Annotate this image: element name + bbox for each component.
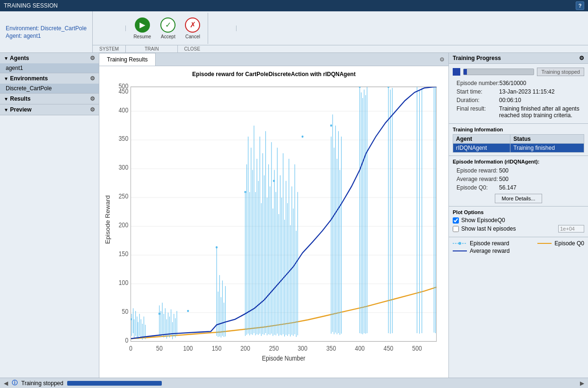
preview-gear-icon[interactable]: ⚙ bbox=[90, 106, 95, 113]
legend-average-reward: Average reward bbox=[453, 248, 584, 254]
last-n-input[interactable] bbox=[558, 225, 584, 233]
tab-gear-icon[interactable]: ⚙ bbox=[436, 56, 448, 63]
training-table-row[interactable]: rIDQNAgent Training finished bbox=[453, 144, 584, 153]
title-bar: TRAINING SESSION ? bbox=[0, 0, 588, 11]
train-section: ▶ Resume ✓ Accept ✗ Cancel bbox=[126, 13, 208, 44]
training-info-section: Training Information Agent Status rIDQNA… bbox=[449, 124, 588, 156]
episode-info-section: Episode Information (rIDQNAgent): Episod… bbox=[449, 156, 588, 207]
duration-row: Duration: 00:06:10 bbox=[453, 96, 584, 104]
sidebar: ▼ Agents ⚙ agent1 ▼ Environments ⚙ Discr… bbox=[0, 53, 99, 378]
progress-bar-row: Training stopped bbox=[453, 68, 584, 76]
preview-header[interactable]: ▼ Preview ⚙ bbox=[0, 104, 99, 115]
svg-point-128 bbox=[158, 313, 160, 315]
cancel-label: Cancel bbox=[185, 34, 200, 39]
legend-episode-reward: Episode reward Episode Q0 bbox=[453, 240, 584, 247]
close-label: CLOSE bbox=[178, 45, 206, 52]
svg-point-133 bbox=[301, 136, 303, 138]
chart-area: Episode reward for CartPoleDiscreteActio… bbox=[99, 66, 448, 378]
svg-text:500: 500 bbox=[119, 82, 129, 90]
table-cell-agent: rIDQNAgent bbox=[453, 144, 510, 153]
more-details-button[interactable]: More Details... bbox=[495, 194, 543, 203]
plot-options-section: Plot Options Show EpisodeQ0 Show last N … bbox=[449, 207, 588, 237]
x-icon: ✗ bbox=[185, 17, 200, 33]
episode-info-title: Episode Information (rIDQNAgent): bbox=[453, 159, 584, 164]
cancel-button[interactable]: ✗ Cancel bbox=[182, 16, 203, 41]
tab-training-results[interactable]: Training Results bbox=[99, 53, 156, 66]
right-panel: Training Progress ⚙ Training stopped Epi… bbox=[448, 53, 588, 378]
toolbar-info: Environment: Discrete_CartPole Agent: ag… bbox=[0, 11, 93, 52]
progress-bar-fill bbox=[464, 69, 467, 75]
resume-button[interactable]: ▶ Resume bbox=[131, 16, 154, 41]
show-episodeq0-row: Show EpisodeQ0 bbox=[453, 217, 584, 224]
show-episodeq0-checkbox[interactable] bbox=[453, 217, 459, 224]
sidebar-item-discrete-cartpole[interactable]: Discrete_CartPole bbox=[0, 84, 99, 93]
svg-point-132 bbox=[273, 180, 275, 182]
results-section: ▼ Results ⚙ bbox=[0, 94, 99, 104]
toolbar: Environment: Discrete_CartPole Agent: ag… bbox=[0, 11, 588, 53]
results-header[interactable]: ▼ Results ⚙ bbox=[0, 94, 99, 104]
show-last-n-checkbox[interactable] bbox=[453, 226, 459, 232]
svg-text:0: 0 bbox=[125, 336, 128, 344]
svg-point-135 bbox=[359, 86, 361, 88]
svg-point-130 bbox=[216, 246, 218, 249]
svg-text:350: 350 bbox=[119, 135, 129, 143]
training-info-title: Training Information bbox=[453, 127, 584, 132]
tab-bar: Training Results ⚙ bbox=[99, 53, 448, 66]
right-panel-header: Training Progress ⚙ bbox=[449, 53, 588, 64]
close-section bbox=[208, 26, 237, 31]
chart-title: Episode reward for CartPoleDiscreteActio… bbox=[104, 71, 444, 78]
status-info-icon: ⓘ bbox=[12, 379, 18, 387]
environment-value: Discrete_CartPole bbox=[41, 25, 87, 32]
svg-point-134 bbox=[330, 124, 332, 127]
show-last-n-label: Show last N episodes bbox=[461, 225, 516, 232]
scroll-right-icon[interactable]: ▶ bbox=[580, 380, 584, 387]
episode-number-row: Episode number: 536/10000 bbox=[453, 79, 584, 87]
svg-text:150: 150 bbox=[212, 345, 222, 353]
main-layout: ▼ Agents ⚙ agent1 ▼ Environments ⚙ Discr… bbox=[0, 53, 588, 378]
environments-header[interactable]: ▼ Environments ⚙ bbox=[0, 73, 99, 84]
show-last-n-row: Show last N episodes bbox=[453, 225, 584, 233]
agents-header[interactable]: ▼ Agents ⚙ bbox=[0, 53, 99, 63]
svg-text:100: 100 bbox=[119, 279, 129, 286]
sidebar-item-agent1[interactable]: agent1 bbox=[0, 63, 99, 73]
accept-button[interactable]: ✓ Accept bbox=[158, 16, 178, 41]
preview-section: ▼ Preview ⚙ bbox=[0, 104, 99, 115]
svg-point-131 bbox=[244, 191, 246, 193]
system-label: SYSTEM bbox=[93, 45, 126, 52]
episode-q0-line-icon bbox=[537, 241, 552, 246]
episode-reward-line-icon bbox=[453, 241, 467, 246]
legend-section: Episode reward Episode Q0 Average reward bbox=[449, 237, 588, 258]
svg-text:400: 400 bbox=[355, 345, 365, 353]
agents-gear-icon[interactable]: ⚙ bbox=[90, 55, 95, 61]
chart-container: 0 50 100 150 200 250 300 350 400 450 500… bbox=[104, 81, 444, 369]
help-button[interactable]: ? bbox=[576, 1, 584, 10]
system-section bbox=[93, 26, 126, 31]
start-time-row: Start time: 13-Jan-2023 11:15:42 bbox=[453, 87, 584, 96]
status-bar: ◀ ⓘ Training stopped ▶ bbox=[0, 378, 588, 388]
show-episodeq0-label: Show EpisodeQ0 bbox=[461, 217, 505, 224]
agent-label: Agent: agent1 bbox=[6, 33, 87, 39]
svg-text:250: 250 bbox=[119, 193, 129, 200]
svg-text:350: 350 bbox=[326, 345, 336, 353]
average-reward-line-icon bbox=[453, 249, 467, 253]
svg-text:100: 100 bbox=[183, 345, 193, 353]
training-stopped-button[interactable]: Training stopped bbox=[537, 68, 584, 76]
col-status: Status bbox=[510, 135, 584, 144]
svg-text:Episode Number: Episode Number bbox=[262, 355, 306, 362]
svg-text:200: 200 bbox=[240, 345, 250, 353]
svg-text:0: 0 bbox=[129, 345, 132, 353]
environments-section: ▼ Environments ⚙ Discrete_CartPole bbox=[0, 73, 99, 94]
training-table: Agent Status rIDQNAgent Training finishe… bbox=[453, 134, 584, 153]
environment-label: Environment: Discrete_CartPole bbox=[6, 25, 87, 32]
svg-text:50: 50 bbox=[122, 308, 129, 315]
right-panel-gear-icon[interactable]: ⚙ bbox=[579, 55, 584, 61]
episode-reward-row: Episode reward: 500 bbox=[453, 166, 584, 175]
check-icon: ✓ bbox=[160, 17, 176, 33]
environments-gear-icon[interactable]: ⚙ bbox=[90, 75, 95, 82]
svg-text:300: 300 bbox=[119, 164, 129, 172]
col-agent: Agent bbox=[453, 135, 510, 144]
progress-section: Training stopped Episode number: 536/100… bbox=[449, 64, 588, 124]
results-gear-icon[interactable]: ⚙ bbox=[90, 95, 95, 102]
scroll-left-icon[interactable]: ◀ bbox=[4, 380, 8, 387]
svg-text:450: 450 bbox=[384, 345, 394, 353]
